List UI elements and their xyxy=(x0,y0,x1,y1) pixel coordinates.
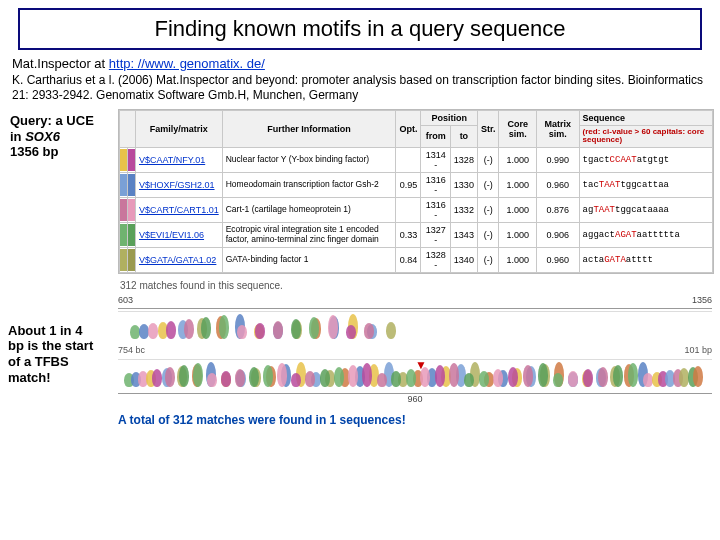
motif-blob xyxy=(273,321,283,339)
table-row: V$EVI1/EVI1.06Ecotropic viral integratio… xyxy=(120,222,713,247)
query-description: Query: a UCE in SOX6 1356 bp xyxy=(6,109,118,274)
motif-blob xyxy=(568,371,578,387)
matches-summary: 312 matches found in this sequence. xyxy=(120,280,720,291)
track-row-bottom: ▼ xyxy=(118,359,712,389)
matrix-link[interactable]: V$CAAT/NFY.01 xyxy=(136,147,223,172)
query-l2: in SOX6 xyxy=(10,129,112,145)
th-to: to xyxy=(450,126,477,148)
motif-blob xyxy=(406,369,416,387)
th-position: Position xyxy=(421,111,477,126)
motif-blob xyxy=(553,373,563,387)
motif-blob xyxy=(291,319,301,339)
table-row: V$GATA/GATA1.02GATA-binding factor 10.84… xyxy=(120,247,713,272)
motif-blob xyxy=(263,365,273,387)
th-matrix: Matrix sim. xyxy=(537,111,580,148)
genomatix-link[interactable]: http: //www. genomatix. de/ xyxy=(109,56,265,71)
axis-bottom: 960 xyxy=(118,393,712,407)
motif-blob xyxy=(193,363,203,387)
motif-blob xyxy=(130,325,140,339)
table-row: V$CART/CART1.01Cart-1 (cartilage homeopr… xyxy=(120,197,713,222)
motif-blob xyxy=(508,367,518,387)
track-diagram: 603 1356 754 bc 101 bp ▼ 960 xyxy=(118,295,712,409)
motif-blob xyxy=(479,371,489,387)
motif-blob xyxy=(598,367,608,387)
motif-blob xyxy=(493,369,503,387)
motif-blob xyxy=(184,319,194,339)
motif-blob xyxy=(221,371,231,387)
total-matches: A total of 312 matches were found in 1 s… xyxy=(118,413,720,427)
motif-blob xyxy=(237,325,247,339)
th-info: Further Information xyxy=(222,111,396,148)
intro-prefix: Mat.Inspector at xyxy=(12,56,109,71)
motif-blob xyxy=(165,367,175,387)
motif-blob xyxy=(613,365,623,387)
results-table: Family/matrix Further Information Opt. P… xyxy=(118,109,714,274)
query-l1: Query: a UCE xyxy=(10,113,112,129)
motif-blob xyxy=(386,322,396,339)
table-row: V$CAAT/NFY.01Nuclear factor Y (Y-box bin… xyxy=(120,147,713,172)
motif-blob xyxy=(377,373,387,387)
matrix-link[interactable]: V$EVI1/EVI1.06 xyxy=(136,222,223,247)
motif-blob xyxy=(291,373,301,387)
th-opt: Opt. xyxy=(396,111,421,148)
table-row: V$HOXF/GSH2.01Homeodomain transcription … xyxy=(120,172,713,197)
th-seq-sub: (red: ci-value > 60 capitals: core seque… xyxy=(579,126,712,148)
motif-blob xyxy=(249,367,259,387)
motif-blob xyxy=(179,365,189,387)
motif-blob xyxy=(346,325,356,339)
th-family: Family/matrix xyxy=(136,111,223,148)
motif-blob xyxy=(219,315,229,339)
motif-blob xyxy=(328,315,338,339)
track-right-label: 101 bp xyxy=(684,345,712,355)
axis-top: 603 1356 xyxy=(118,295,712,309)
slide-title: Finding known motifs in a query sequence xyxy=(18,8,702,50)
motif-blob xyxy=(449,363,459,387)
motif-blob xyxy=(148,323,158,339)
track-left-label: 754 bc xyxy=(118,345,145,355)
motif-blob xyxy=(464,373,474,387)
motif-blob xyxy=(334,367,344,387)
motif-blob xyxy=(628,363,638,387)
matrix-link[interactable]: V$CART/CART1.01 xyxy=(136,197,223,222)
motif-blob xyxy=(364,323,374,339)
motif-blob xyxy=(255,323,265,339)
motif-blob xyxy=(166,321,176,339)
citation-text: K. Cartharius et a l. (2006) Mat.Inspect… xyxy=(12,73,708,103)
motif-blob xyxy=(201,317,211,339)
motif-blob xyxy=(277,363,287,387)
th-sequence: Sequence xyxy=(579,111,712,126)
th-core: Core sim. xyxy=(499,111,537,148)
motif-blob xyxy=(207,373,217,387)
motif-blob xyxy=(523,365,533,387)
motif-blob xyxy=(305,371,315,387)
th-str: Str. xyxy=(477,111,499,148)
motif-blob xyxy=(235,369,245,387)
track-row-top xyxy=(118,311,712,341)
matrix-link[interactable]: V$HOXF/GSH2.01 xyxy=(136,172,223,197)
motif-blob xyxy=(348,365,358,387)
matrix-link[interactable]: V$GATA/GATA1.02 xyxy=(136,247,223,272)
motif-blob xyxy=(538,363,548,387)
query-l3: 1356 bp xyxy=(10,144,112,160)
motif-blob xyxy=(362,363,372,387)
th-from: from xyxy=(421,126,450,148)
motif-blob xyxy=(152,369,162,387)
intro-line: Mat.Inspector at http: //www. genomatix.… xyxy=(12,56,708,71)
about-note: About 1 in 4 bp is the start of a TFBS m… xyxy=(8,295,118,409)
motif-blob xyxy=(420,367,430,387)
motif-blob xyxy=(391,371,401,387)
motif-blob xyxy=(435,365,445,387)
motif-blob xyxy=(693,366,703,387)
motif-blob xyxy=(320,369,330,387)
motif-blob xyxy=(583,369,593,387)
